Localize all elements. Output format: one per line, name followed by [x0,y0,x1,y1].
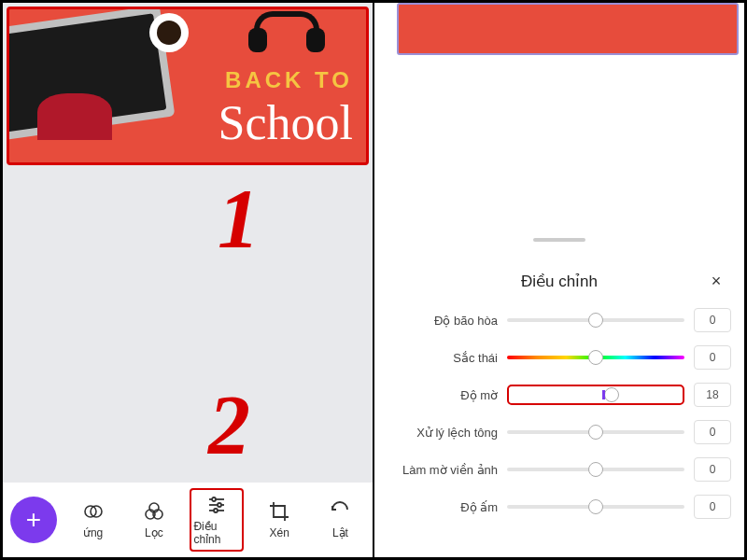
slider-list: Độ bão hòa0Sắc thái0Độ mờ18Xử lý lệch tô… [388,308,731,519]
slider-label: Độ ấm [388,500,498,514]
tool-label: Lọc [145,526,163,539]
slider-thumb[interactable] [588,313,603,328]
slider-thumb[interactable] [588,425,603,440]
slider-label: Độ bão hòa [388,314,498,328]
app-frame: BACK TO School 1 2 + ứng Lọc Điều chỉnh [0,0,747,560]
slider-row: Độ mờ18 [388,383,731,407]
annotation-2: 2 [208,377,250,473]
slider-row: Độ bão hòa0 [388,308,731,332]
slider-thumb[interactable] [588,499,603,514]
slider-track[interactable] [507,430,684,434]
tool-effects[interactable]: ứng [68,497,118,543]
tool-label: Xén [270,526,289,539]
slider-label: Làm mờ viền ảnh [388,463,498,477]
headphones-graphic [245,11,329,58]
slider-track[interactable] [507,356,684,359]
slider-label: Xử lý lệch tông [388,426,498,440]
slider-track[interactable] [507,468,684,471]
slider-tick [602,390,605,399]
effects-icon [82,500,105,523]
tool-label: Điều chỉnh [193,520,239,546]
slider-thumb[interactable] [588,350,603,365]
tool-label: Lật [332,526,348,539]
slider-value[interactable]: 0 [694,308,731,332]
hands-graphic [37,93,112,140]
plus-icon: + [26,505,41,535]
slider-row: Sắc thái0 [388,345,731,370]
canvas-text-back: BACK TO [225,67,353,93]
tool-flip[interactable]: Lật [316,497,365,543]
canvas-image[interactable]: BACK TO School [7,7,369,165]
svg-point-8 [218,503,221,507]
annotation-1: 1 [218,171,260,267]
slider-track[interactable] [507,505,684,509]
coffee-cup-graphic [149,13,189,52]
slider-row: Xử lý lệch tông0 [388,420,731,444]
slider-value[interactable]: 0 [694,345,731,370]
slider-thumb[interactable] [588,462,603,477]
slider-track[interactable] [507,385,684,405]
slider-thumb[interactable] [604,387,619,402]
svg-point-10 [214,509,218,512]
add-button[interactable]: + [10,497,57,543]
slider-row: Độ ấm0 [388,495,731,519]
slider-value[interactable]: 18 [694,383,731,407]
slider-label: Độ mờ [388,388,498,402]
tool-label: ứng [83,526,103,539]
close-icon: × [712,272,722,291]
sheet-handle[interactable] [533,238,585,242]
slider-value[interactable]: 0 [694,420,731,444]
slider-track[interactable] [507,318,684,322]
panel-title: Điều chỉnh [521,272,598,291]
tool-adjust[interactable]: Điều chỉnh [190,488,243,552]
crop-icon [268,500,290,523]
bottom-toolbar: + ứng Lọc Điều chỉnh Xén Lật [3,483,373,557]
slider-value[interactable]: 0 [694,495,731,519]
slider-label: Sắc thái [388,351,498,365]
flip-icon [329,500,351,523]
left-pane: BACK TO School 1 2 + ứng Lọc Điều chỉnh [3,3,374,557]
slider-row: Làm mờ viền ảnh0 [388,457,731,482]
tool-crop[interactable]: Xén [255,497,304,543]
close-button[interactable]: × [705,270,727,292]
adjust-icon [205,494,228,516]
right-pane: 3 Điều chỉnh × Độ bão hòa0Sắc thái0Độ mờ… [374,3,744,557]
canvas-text-school: School [218,95,353,150]
panel-header: Điều chỉnh × [388,272,731,291]
slider-value[interactable]: 0 [694,457,731,482]
filter-icon [143,500,165,523]
canvas-preview[interactable] [397,3,739,55]
tool-filter[interactable]: Lọc [129,497,178,543]
adjust-panel: Điều chỉnh × Độ bão hòa0Sắc thái0Độ mờ18… [374,255,744,557]
svg-point-6 [212,497,216,501]
